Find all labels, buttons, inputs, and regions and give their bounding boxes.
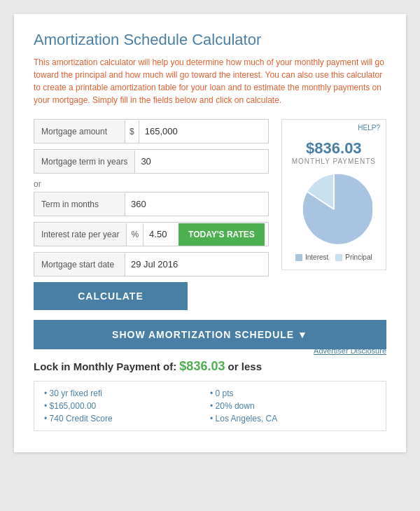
- lock-item-0: 30 yr fixed refi: [44, 388, 210, 398]
- term-months-input[interactable]: [125, 192, 268, 216]
- lock-item-2: $165,000.00: [44, 401, 210, 411]
- page-title: Amortization Schedule Calculator: [34, 31, 386, 49]
- main-card: Amortization Schedule Calculator This am…: [14, 14, 406, 452]
- mortgage-amount-input[interactable]: [139, 120, 268, 143]
- help-link[interactable]: HELP?: [358, 124, 380, 132]
- interest-color-dot: [295, 254, 302, 261]
- monthly-label: MONTHLY PAYMENTS: [289, 158, 379, 165]
- or-text: or: [34, 179, 269, 189]
- start-date-row: Mortgage start date: [34, 252, 269, 276]
- interest-rate-input[interactable]: [144, 223, 178, 246]
- lock-title: Lock in Monthly Payment of: $836.03 or l…: [34, 359, 386, 374]
- dollar-icon: $: [125, 120, 139, 143]
- legend-interest: Interest: [295, 253, 328, 261]
- lock-title-text: Lock in Monthly Payment of:: [34, 360, 176, 372]
- form-section: Mortgage amount $ Mortgage term in years…: [34, 119, 269, 310]
- term-months-row: Term in months: [34, 192, 269, 216]
- interest-rate-row: Interest rate per year % TODAY'S RATES: [34, 222, 269, 246]
- calculate-button[interactable]: CALCULATE: [34, 282, 188, 310]
- start-date-input[interactable]: [125, 253, 268, 276]
- result-panel: HELP? $836.03 MONTHLY PAYMENTS Inte: [281, 119, 386, 270]
- lock-or-less: or less: [228, 360, 262, 372]
- lock-item-1: 0 pts: [210, 388, 376, 398]
- pie-chart: [295, 171, 372, 248]
- mortgage-term-row: Mortgage term in years: [34, 149, 269, 174]
- percent-icon: %: [127, 223, 144, 246]
- legend-principal: Principal: [335, 253, 372, 261]
- main-layout: Mortgage amount $ Mortgage term in years…: [34, 119, 386, 310]
- lock-section: Advertiser Disclosure Lock in Monthly Pa…: [34, 359, 386, 438]
- term-months-label: Term in months: [34, 193, 125, 216]
- lock-amount: $836.03: [179, 359, 225, 373]
- legend: Interest Principal: [289, 253, 379, 261]
- legend-interest-label: Interest: [305, 253, 328, 261]
- lock-item-3: 20% down: [210, 401, 376, 411]
- mortgage-term-label: Mortgage term in years: [34, 150, 135, 173]
- legend-principal-label: Principal: [345, 253, 372, 261]
- lock-item-5: Los Angeles, CA: [210, 414, 376, 424]
- mortgage-term-input[interactable]: [135, 150, 267, 173]
- lock-item-4: 740 Credit Score: [44, 414, 210, 424]
- mortgage-amount-row: Mortgage amount $: [34, 119, 269, 144]
- interest-rate-label: Interest rate per year: [34, 223, 127, 246]
- principal-color-dot: [335, 254, 342, 261]
- todays-rates-button[interactable]: TODAY'S RATES: [178, 223, 265, 246]
- description-text: This amortization calculator will help y…: [34, 56, 386, 106]
- mortgage-amount-label: Mortgage amount: [34, 120, 125, 143]
- monthly-amount: $836.03: [289, 139, 379, 158]
- show-schedule-button[interactable]: SHOW AMORTIZATION SCHEDULE ▼: [34, 320, 386, 349]
- lock-info-box: 30 yr fixed refi 0 pts $165,000.00 20% d…: [34, 381, 386, 431]
- start-date-label: Mortgage start date: [34, 253, 125, 276]
